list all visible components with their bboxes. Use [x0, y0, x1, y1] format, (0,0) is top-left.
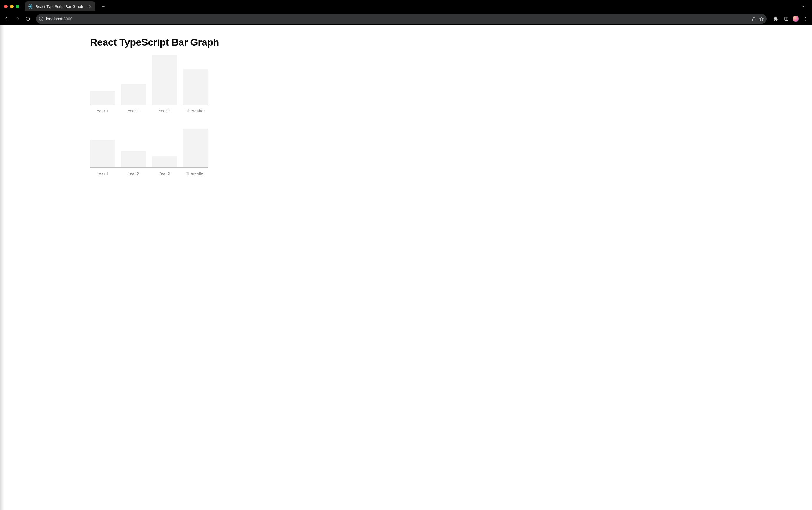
x-tick-label: Year 2	[121, 171, 146, 176]
browser-window: React TypeScript Bar Graph ✕ ＋ localhost…	[0, 0, 812, 510]
toolbar-right	[772, 15, 810, 23]
bar-chart-2-labels: Year 1Year 2Year 3Thereafter	[90, 171, 208, 176]
x-tick-label: Year 3	[152, 171, 177, 176]
page-content: React TypeScript Bar Graph Year 1Year 2Y…	[90, 25, 384, 176]
menu-kebab-icon[interactable]	[801, 15, 810, 23]
bar	[121, 151, 146, 167]
new-tab-button[interactable]: ＋	[99, 2, 107, 10]
window-minimize-button[interactable]	[10, 5, 13, 8]
bar	[90, 91, 115, 105]
browser-toolbar: localhost:3000	[0, 13, 812, 25]
bar	[121, 84, 146, 105]
x-tick-label: Year 3	[152, 109, 177, 113]
nav-forward-button[interactable]	[13, 15, 22, 23]
bar-chart-1-plot	[90, 55, 208, 105]
extensions-icon[interactable]	[772, 15, 780, 23]
window-controls	[4, 5, 20, 8]
bookmark-star-icon[interactable]	[759, 17, 764, 21]
svg-rect-11	[785, 18, 788, 21]
nav-reload-button[interactable]	[24, 15, 32, 23]
site-info-icon[interactable]	[39, 17, 44, 21]
browser-tab[interactable]: React TypeScript Bar Graph ✕	[25, 1, 95, 11]
bar	[152, 55, 177, 105]
bar-chart-1: Year 1Year 2Year 3Thereafter	[90, 55, 208, 113]
tab-title: React TypeScript Bar Graph	[35, 4, 83, 9]
svg-point-13	[805, 17, 806, 18]
address-bar[interactable]: localhost:3000	[36, 14, 767, 24]
share-icon[interactable]	[751, 17, 756, 21]
bar-chart-2: Year 1Year 2Year 3Thereafter	[90, 129, 208, 176]
page-viewport: React TypeScript Bar Graph Year 1Year 2Y…	[0, 25, 812, 510]
x-tick-label: Thereafter	[183, 109, 208, 113]
url-port: :3000	[62, 17, 72, 21]
profile-avatar[interactable]	[792, 16, 799, 22]
svg-point-0	[30, 6, 31, 7]
window-zoom-button[interactable]	[16, 5, 20, 8]
tab-strip: React TypeScript Bar Graph ✕ ＋	[0, 0, 812, 13]
bar	[183, 69, 208, 105]
bar	[152, 157, 177, 167]
bar	[90, 140, 115, 167]
bar-chart-1-labels: Year 1Year 2Year 3Thereafter	[90, 109, 208, 113]
tab-close-button[interactable]: ✕	[88, 4, 92, 8]
x-tick-label: Year 1	[90, 171, 115, 176]
nav-back-button[interactable]	[2, 15, 11, 23]
svg-point-14	[805, 19, 806, 19]
x-tick-label: Year 2	[121, 109, 146, 113]
url-host: localhost	[46, 17, 62, 21]
bar	[183, 129, 208, 167]
react-favicon-icon	[28, 4, 33, 9]
bar-chart-2-plot	[90, 129, 208, 168]
window-close-button[interactable]	[4, 5, 8, 8]
side-panel-icon[interactable]	[782, 15, 791, 23]
svg-marker-10	[760, 17, 763, 21]
page-heading: React TypeScript Bar Graph	[90, 36, 384, 48]
x-tick-label: Thereafter	[183, 171, 208, 176]
svg-point-15	[805, 20, 806, 21]
viewport-edge-shadow	[0, 25, 4, 510]
url-text: localhost:3000	[46, 17, 749, 21]
tabs-menu-button[interactable]	[799, 2, 807, 10]
x-tick-label: Year 1	[90, 109, 115, 113]
